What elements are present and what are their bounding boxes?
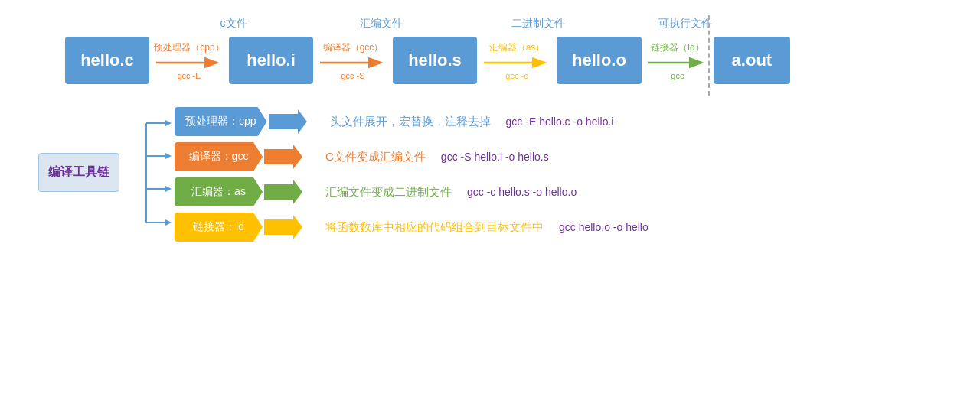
svg-marker-14 [264, 145, 302, 169]
arrow-linker: 链接器（ld） gcc [643, 41, 712, 80]
arrow1-label-top: 预处理器（cpp） [154, 41, 224, 54]
tool-cmd-compiler: gcc -S hello.i -o hello.s [441, 151, 549, 163]
tool-rows: 预处理器：cpp 头文件展开，宏替换，注释去掉 gcc -E hello.c -… [175, 107, 648, 242]
tool-desc-assembler: 汇编文件变成二进制文件 [325, 185, 452, 200]
tool-box-preprocessor: 预处理器：cpp [175, 107, 267, 136]
file-labels-row: c文件 汇编文件 二进制文件 可执行文件 [23, 15, 957, 32]
svg-marker-12 [165, 219, 172, 226]
arrow-assembler: 汇编器（as） gcc -c [479, 41, 555, 80]
tool-row-compiler: 编译器：gcc C文件变成汇编文件 gcc -S hello.i -o hell… [175, 142, 648, 171]
bin-file-label: 二进制文件 [467, 17, 609, 31]
tool-row-preprocessor: 预处理器：cpp 头文件展开，宏替换，注释去掉 gcc -E hello.c -… [175, 107, 648, 136]
tool-desc-linker: 将函数数库中相应的代码组合到目标文件中 [325, 220, 544, 235]
arrow3-label-top: 汇编器（as） [489, 41, 545, 54]
svg-marker-9 [165, 120, 172, 126]
svg-marker-13 [269, 109, 307, 134]
arrow-compiler: 编译器（gcc） gcc -S [315, 41, 391, 80]
file-hello-s: hello.s [393, 37, 477, 84]
tool-box-assembler: 汇编器：as [175, 177, 263, 206]
main-container: c文件 汇编文件 二进制文件 可执行文件 hello.c 预处理器（cpp） [0, 0, 980, 416]
file-hello-i: hello.i [229, 37, 313, 84]
file-hello-c: hello.c [65, 37, 149, 84]
svg-marker-10 [165, 153, 172, 159]
arrow1-label-bottom: gcc -E [177, 71, 201, 80]
svg-marker-16 [264, 215, 302, 239]
bottom-section: 编译工具链 预处理器：c [23, 107, 957, 242]
tool-desc-compiler: C文件变成汇编文件 [325, 150, 426, 164]
file-hello-o: hello.o [557, 37, 642, 84]
arrow4-label-top: 链接器（ld） [651, 41, 704, 54]
arrow3-label-bottom: gcc -c [505, 71, 528, 80]
c-file-label: c文件 [157, 17, 310, 31]
arrow-preprocessor: 预处理器（cpp） gcc -E [151, 41, 227, 80]
tool-arrow-4 [264, 213, 302, 241]
top-section: c文件 汇编文件 二进制文件 可执行文件 hello.c 预处理器（cpp） [23, 15, 957, 84]
pipeline-row: hello.c 预处理器（cpp） gcc -E hello.i [23, 37, 957, 84]
arrow2-label-bottom: gcc -S [341, 71, 364, 80]
vertical-divider [708, 15, 710, 96]
tool-row-assembler: 汇编器：as 汇编文件变成二进制文件 gcc -c hello.s -o hel… [175, 177, 648, 206]
arrow2-label-top: 编译器（gcc） [323, 41, 384, 54]
tool-cmd-linker: gcc hello.o -o hello [559, 221, 648, 233]
exe-file-label: 可执行文件 [639, 17, 731, 31]
tool-box-compiler: 编译器：gcc [175, 142, 263, 171]
tool-arrow-1 [269, 108, 307, 135]
tool-box-linker: 链接器：ld [175, 213, 263, 242]
file-aout: a.out [714, 37, 790, 84]
tool-arrow-3 [264, 178, 302, 206]
tool-arrow-2 [264, 143, 302, 171]
tool-desc-preprocessor: 头文件展开，宏替换，注释去掉 [330, 115, 491, 129]
toolchain-box: 编译工具链 [38, 153, 119, 192]
tool-cmd-assembler: gcc -c hello.s -o hello.o [467, 186, 577, 198]
branch-connector [119, 107, 173, 242]
arrow4-label-bottom: gcc [671, 71, 684, 80]
asm-file-label: 汇编文件 [310, 17, 452, 31]
svg-marker-11 [165, 186, 172, 192]
tool-cmd-preprocessor: gcc -E hello.c -o hello.i [506, 115, 614, 128]
svg-marker-15 [264, 180, 302, 204]
tool-row-linker: 链接器：ld 将函数数库中相应的代码组合到目标文件中 gcc hello.o -… [175, 213, 648, 242]
